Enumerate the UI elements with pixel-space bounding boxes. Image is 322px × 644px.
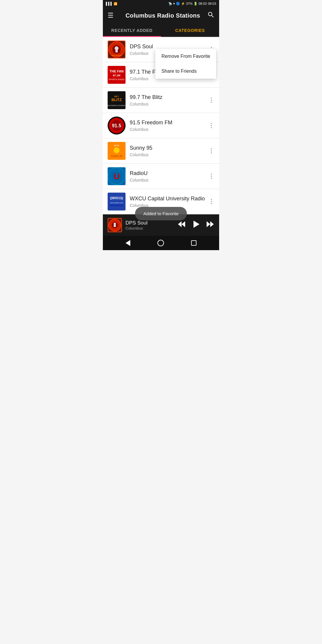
now-playing-city: Columbus (126, 226, 177, 230)
station-logo-971-the-fan: THE FAN 97.1M SPORTS RADIO (108, 66, 126, 84)
more-menu-sunny-95[interactable] (208, 146, 214, 156)
svg-point-0 (208, 12, 212, 16)
station-city-915-freedom-fm: Columbus (130, 127, 208, 132)
battery-percent: ▾ 🔵 ⚡ 37% 🔋 08:03 (173, 2, 207, 6)
station-city-997-the-blitz: Columbus (130, 102, 208, 106)
search-button[interactable] (207, 11, 214, 20)
station-item-radiou[interactable]: U RadioU Columbus (103, 164, 219, 189)
station-info-radiou: RadioU Columbus (130, 170, 208, 182)
svg-rect-5 (115, 50, 118, 52)
station-item-997-the-blitz[interactable]: 99.7 BLITZ XTRA POINTS COVERAGE 99.7 The… (103, 88, 219, 113)
svg-marker-40 (207, 221, 210, 227)
svg-text:97.1M: 97.1M (113, 74, 120, 77)
tab-recently-added[interactable]: RECENTLY ADDED (103, 24, 161, 36)
station-name-sunny-95: Sunny 95 (130, 145, 208, 151)
station-info-sunny-95: Sunny 95 Columbus (130, 145, 208, 157)
tab-categories[interactable]: CATEGORIES (161, 24, 219, 36)
station-info-997-the-blitz: 99.7 The Blitz Columbus (130, 94, 208, 106)
forward-button[interactable] (206, 220, 214, 230)
now-playing-info: DPS Soul Columbus (126, 220, 177, 230)
svg-text:SPORTS RADIO: SPORTS RADIO (109, 78, 125, 80)
player-controls (177, 219, 214, 231)
svg-text:THE FAN: THE FAN (109, 69, 123, 73)
play-button[interactable] (191, 219, 201, 231)
svg-rect-36 (114, 225, 116, 227)
station-logo-997-the-blitz: 99.7 BLITZ XTRA POINTS COVERAGE (108, 91, 126, 109)
time: 08:03 (208, 2, 216, 5)
app-title: Columbus Radio Stations (118, 12, 207, 19)
more-menu-915-freedom-fm[interactable] (208, 120, 214, 131)
station-item-sunny-95[interactable]: SUNNY 95 98.7M Sunny 95 Columbus (103, 138, 219, 164)
station-city-radiou: Columbus (130, 178, 208, 182)
station-logo-wxcu: ((WXCU)) wxcuradio.com (108, 193, 126, 210)
svg-marker-41 (210, 221, 214, 227)
wifi-icon: 📶 (114, 2, 117, 5)
station-list: DPS RADIO DPS Soul Columbus Remove From … (103, 37, 219, 214)
now-playing-station-name: DPS Soul (126, 220, 177, 226)
svg-text:BLITZ: BLITZ (112, 98, 122, 102)
home-button[interactable] (157, 240, 164, 246)
system-nav-bar (103, 236, 219, 250)
svg-marker-39 (193, 221, 199, 228)
station-item-915-freedom-fm[interactable]: 91.5 91.5 Freedom FM Columbus (103, 113, 219, 138)
station-info-wxcu: WXCU Capital University Radio Columbus (130, 195, 208, 208)
tab-bar: RECENTLY ADDED CATEGORIES (103, 24, 219, 37)
station-name-997-the-blitz: 99.7 The Blitz (130, 94, 208, 101)
svg-point-35 (114, 223, 116, 225)
remove-favorite-button[interactable]: Remove From Favorite (155, 49, 216, 64)
toast-message: Added to Favorite (143, 211, 179, 216)
station-name-wxcu: WXCU Capital University Radio (130, 195, 208, 202)
share-friends-button[interactable]: Share to Friends (155, 64, 216, 79)
app-bar: ☰ Columbus Radio Stations (103, 7, 219, 24)
svg-text:91.5: 91.5 (112, 123, 121, 128)
station-logo-915-freedom-fm: 91.5 (108, 117, 126, 134)
svg-text:XTRA POINTS COVERAGE: XTRA POINTS COVERAGE (108, 105, 126, 106)
svg-line-1 (212, 16, 213, 17)
back-button[interactable] (126, 240, 130, 246)
station-name-radiou: RadioU (130, 170, 208, 177)
recents-button[interactable] (191, 240, 196, 246)
svg-text:99.7: 99.7 (114, 95, 119, 98)
context-menu: Remove From Favorite Share to Friends (155, 49, 216, 79)
more-menu-wxcu[interactable] (208, 196, 214, 207)
now-playing-logo (108, 218, 122, 232)
svg-rect-29 (108, 193, 126, 210)
menu-button[interactable]: ☰ (108, 12, 114, 19)
svg-text:((WXCU)): ((WXCU)) (110, 196, 123, 200)
svg-rect-32 (110, 205, 123, 206)
station-logo-radiou: U (108, 167, 126, 185)
cast-icon: 📡 (168, 2, 172, 5)
status-left: ▌▌▌ 📶 (106, 2, 117, 5)
svg-text:DPS RADIO: DPS RADIO (112, 55, 122, 56)
svg-point-4 (115, 47, 118, 50)
more-menu-997-the-blitz[interactable] (208, 95, 214, 105)
svg-marker-37 (178, 221, 182, 227)
station-logo-dps-soul: DPS RADIO (108, 41, 126, 58)
station-city-sunny-95: Columbus (130, 152, 208, 157)
station-logo-sunny-95: SUNNY 95 98.7M (108, 142, 126, 160)
svg-marker-38 (182, 221, 185, 227)
svg-text:98.7M: 98.7M (114, 145, 119, 146)
signal-icon: ▌▌▌ (106, 2, 113, 5)
station-name-915-freedom-fm: 91.5 Freedom FM (130, 119, 208, 126)
svg-text:wxcuradio.com: wxcuradio.com (110, 202, 123, 204)
more-menu-radiou[interactable] (208, 171, 214, 181)
status-right: 📡 ▾ 🔵 ⚡ 37% 🔋 08:03 08:03 (168, 2, 216, 6)
status-bar: ▌▌▌ 📶 📡 ▾ 🔵 ⚡ 37% 🔋 08:03 08:03 (103, 0, 219, 7)
svg-point-22 (114, 147, 120, 153)
svg-text:SUNNY 95: SUNNY 95 (111, 155, 123, 157)
station-info-915-freedom-fm: 91.5 Freedom FM Columbus (130, 119, 208, 131)
toast-notification: Added to Favorite (135, 207, 187, 220)
station-item-dps-soul[interactable]: DPS RADIO DPS Soul Columbus Remove From … (103, 37, 219, 62)
svg-text:U: U (114, 172, 120, 181)
rewind-button[interactable] (177, 220, 186, 230)
